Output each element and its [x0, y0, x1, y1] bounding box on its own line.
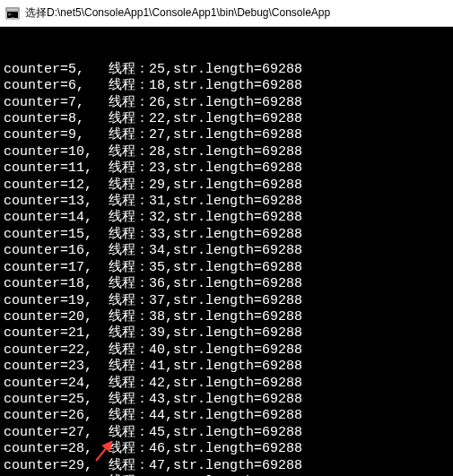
console-line: counter=21, 线程：39,str.length=69288: [4, 325, 449, 342]
console-line: counter=6, 线程：18,str.length=69288: [4, 78, 449, 94]
console-line: counter=10, 线程：28,str.length=69288: [4, 144, 449, 160]
console-line: counter=20, 线程：38,str.length=69288: [4, 309, 449, 325]
title-bar[interactable]: >_ 选择D:\net5\ConsoleApp1\ConsoleApp1\bin…: [0, 0, 453, 27]
console-line: counter=9, 线程：27,str.length=69288: [4, 127, 449, 143]
console-app-icon: >_: [5, 6, 20, 21]
console-line: counter=8, 线程：22,str.length=69288: [4, 111, 449, 127]
console-line: counter=12, 线程：29,str.length=69288: [4, 177, 449, 194]
console-line: counter=26, 线程：44,str.length=69288: [4, 408, 449, 424]
console-line: counter=18, 线程：36,str.length=69288: [4, 276, 449, 292]
window-title: 选择D:\net5\ConsoleApp1\ConsoleApp1\bin\De…: [25, 5, 330, 21]
console-line: counter=28, 线程：46,str.length=69288: [4, 441, 449, 457]
console-line: counter=29, 线程：47,str.length=69288: [4, 458, 449, 474]
console-output[interactable]: counter=5, 线程：25,str.length=69288counter…: [0, 27, 453, 476]
console-line: counter=13, 线程：31,str.length=69288: [4, 194, 449, 210]
console-line: counter=15, 线程：33,str.length=69288: [4, 227, 449, 243]
console-line: counter=16, 线程：34,str.length=69288: [4, 243, 449, 259]
svg-text:>_: >_: [8, 11, 15, 18]
console-line: counter=22, 线程：40,str.length=69288: [4, 342, 449, 359]
console-line: counter=17, 线程：35,str.length=69288: [4, 260, 449, 276]
console-line: counter=11, 线程：23,str.length=69288: [4, 160, 449, 177]
console-line: counter=27, 线程：45,str.length=69288: [4, 425, 449, 441]
console-line: counter=5, 线程：25,str.length=69288: [4, 62, 449, 78]
console-line: counter=24, 线程：42,str.length=69288: [4, 376, 449, 392]
console-line: counter=14, 线程：32,str.length=69288: [4, 210, 449, 226]
console-line: counter=19, 线程：37,str.length=69288: [4, 293, 449, 309]
console-line: counter=7, 线程：26,str.length=69288: [4, 95, 449, 111]
console-line: counter=23, 线程：41,str.length=69288: [4, 359, 449, 375]
console-line: counter=25, 线程：43,str.length=69288: [4, 392, 449, 408]
